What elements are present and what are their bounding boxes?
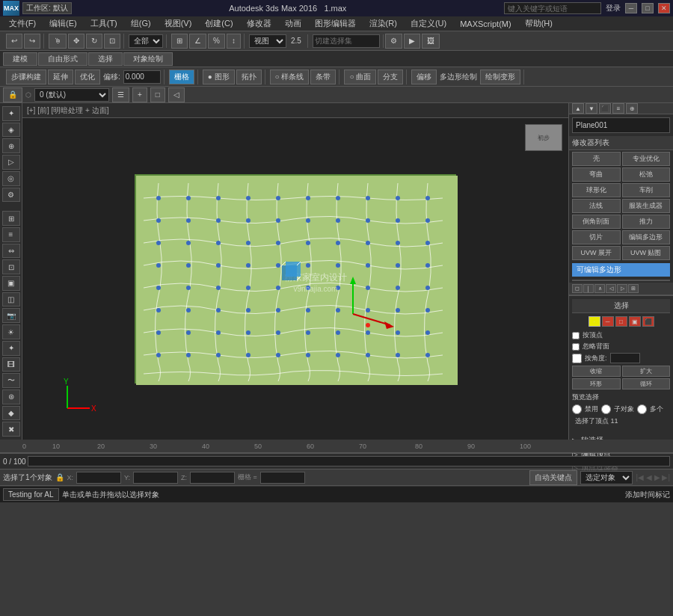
rp-icon-2[interactable]: │ (583, 284, 594, 293)
sidebar-xview[interactable]: ✖ (2, 422, 20, 437)
mod-uvw-map[interactable]: UVW 贴图 (622, 246, 671, 260)
mod-edit-poly[interactable]: 编辑多边形 (622, 230, 671, 244)
sidebar-array[interactable]: ⊡ (2, 259, 20, 274)
layer-select-button[interactable]: □ (150, 87, 165, 102)
menu-maxscript[interactable]: MAXScript(M) (454, 18, 517, 30)
grid-plane[interactable]: .grid-line { stroke: white; stroke-width… (135, 174, 456, 384)
mod-push[interactable]: 推力 (622, 215, 671, 229)
expand-button[interactable]: 扩大 (622, 366, 671, 377)
add-tag-label[interactable]: 添加时间标记 (625, 490, 670, 500)
search-input[interactable] (504, 2, 601, 14)
menu-create[interactable]: 创建(C) (199, 16, 239, 31)
create-button[interactable]: + (132, 87, 147, 102)
mod-spherify[interactable]: 球形化 (572, 183, 621, 197)
sidebar-snap[interactable]: ⊞ (2, 211, 20, 226)
auto-keyframe-button[interactable]: 自动关键点 (529, 470, 577, 485)
undo-button[interactable]: ↩ (6, 34, 22, 49)
rp-icon-4[interactable]: ◁ (606, 284, 616, 293)
scale-button[interactable]: ⊡ (104, 34, 120, 49)
sidebar-layer[interactable]: ◫ (2, 292, 20, 307)
shrink-button[interactable]: 收缩 (572, 366, 621, 377)
sidebar-display[interactable]: ◎ (2, 171, 20, 186)
mod-shell[interactable]: 壳 (572, 152, 621, 166)
select-vertex-icon[interactable]: · (589, 316, 600, 327)
panel-icon-4[interactable]: ≡ (612, 103, 624, 114)
extend-button[interactable]: 延伸 (48, 70, 73, 84)
lock-button[interactable]: 🔒 (3, 87, 22, 102)
mod-normal[interactable]: 法线 (572, 199, 621, 213)
layer-add-button[interactable]: ☰ (112, 87, 129, 102)
layer-options-button[interactable]: ◁ (168, 87, 185, 102)
rp-icon-1[interactable]: ◻ (572, 284, 583, 293)
menu-help[interactable]: 帮助(H) (519, 16, 559, 31)
maximize-button[interactable]: □ (642, 3, 654, 13)
mod-slice[interactable]: 切片 (572, 230, 621, 244)
select-poly-icon[interactable]: ▣ (629, 316, 641, 327)
mod-pro-optimize[interactable]: 专业优化 (622, 152, 671, 166)
menu-view[interactable]: 视图(V) (159, 16, 198, 31)
edit-button[interactable]: 偏移 (411, 70, 437, 84)
angle-snap-button[interactable]: ∠ (189, 34, 206, 49)
move-button[interactable]: ✥ (68, 34, 84, 49)
sidebar-schematic[interactable]: ⊛ (2, 389, 20, 404)
menu-customize[interactable]: 自定义(U) (405, 16, 452, 31)
preview-subobj-radio[interactable] (601, 404, 611, 414)
preview-disable-radio[interactable] (572, 404, 582, 414)
select-edge-icon[interactable]: ─ (602, 316, 614, 327)
spinner-snap-button[interactable]: ↕ (227, 34, 241, 49)
mod-bend[interactable]: 弯曲 (572, 167, 621, 182)
panel-icon-1[interactable]: ▲ (572, 103, 584, 114)
tab-object-paint[interactable]: 对象绘制 (123, 52, 173, 66)
filter-select[interactable]: 全部 (129, 34, 163, 48)
menu-file[interactable]: 文件(F) (3, 16, 42, 31)
sidebar-mirror[interactable]: ⇔ (2, 244, 20, 259)
sidebar-modify[interactable]: ◈ (2, 123, 20, 138)
panel-icon-3[interactable]: ⬛ (599, 103, 611, 114)
viewport-canvas[interactable]: 初步 .grid-line { stroke: white; stroke-wi… (22, 118, 568, 440)
x-input[interactable]: 55.99mm (76, 472, 121, 484)
rp-icon-5[interactable]: ▷ (617, 284, 627, 293)
grid-button[interactable]: 栅格 (169, 70, 194, 84)
sidebar-environment[interactable]: ☀ (2, 324, 20, 339)
tab-selection[interactable]: 选择 (88, 52, 123, 66)
menu-modifier[interactable]: 修改器 (241, 16, 277, 31)
sidebar-track[interactable]: 🎞 (2, 357, 20, 372)
layer-select[interactable]: 0 (默认) (34, 88, 109, 102)
tab-freeform[interactable]: 自由形式 (38, 52, 87, 66)
select-button[interactable]: 🖰 (49, 34, 67, 49)
z-input[interactable]: -80.085mm (190, 472, 235, 484)
render-setup-button[interactable]: ⚙ (385, 34, 402, 49)
mod-bevel-profile[interactable]: 倒角剖面 (572, 215, 621, 229)
percent-snap-button[interactable]: % (208, 34, 225, 49)
select-mode-select[interactable]: 选定对象 (580, 471, 633, 484)
sidebar-hierarchy[interactable]: ⊕ (2, 138, 20, 153)
menu-graph-editor[interactable]: 图形编辑器 (309, 16, 362, 31)
ignore-backface-check[interactable] (572, 343, 580, 351)
by-vertex-check[interactable] (572, 332, 580, 339)
select-border-icon[interactable]: □ (615, 316, 627, 327)
signin-link[interactable]: 登录 (606, 3, 621, 13)
workspace-select[interactable]: 工作区: 默认 (22, 2, 72, 14)
rotate-button[interactable]: ↻ (86, 34, 102, 49)
snap-3d-button[interactable]: ⊞ (171, 34, 188, 49)
sidebar-curve[interactable]: 〜 (2, 373, 20, 388)
minimize-button[interactable]: ─ (625, 3, 637, 13)
mod-uvw-unwrap[interactable]: UVW 展开 (572, 246, 621, 260)
step-build-button[interactable]: 步骤构建 (6, 70, 46, 84)
shape-button[interactable]: ● 图形 (203, 70, 235, 84)
grid-input[interactable]: 10.0mm (260, 472, 305, 484)
select-element-icon[interactable]: ⬛ (642, 316, 654, 327)
rp-icon-6[interactable]: ⊞ (628, 284, 639, 293)
menu-group[interactable]: 组(G) (125, 16, 157, 31)
surface-button[interactable]: ○ 曲面 (344, 70, 376, 84)
preview-multi-radio[interactable] (637, 404, 647, 414)
angle-check[interactable] (572, 354, 582, 363)
offset-input[interactable] (123, 70, 161, 84)
spline-button[interactable]: ○ 样条线 (270, 70, 310, 84)
panel-icon-2[interactable]: ▼ (586, 103, 597, 114)
time-slider[interactable] (28, 456, 670, 466)
sidebar-render[interactable]: 📷 (2, 308, 20, 323)
tab-modeling[interactable]: 建模 (3, 52, 37, 66)
named-selection-input[interactable] (313, 34, 380, 48)
sidebar-utilities[interactable]: ⚙ (2, 188, 20, 203)
